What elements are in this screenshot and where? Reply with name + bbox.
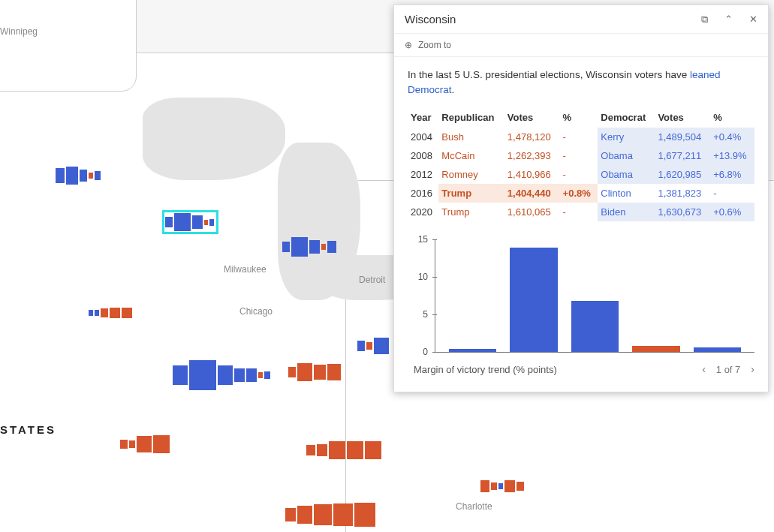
intro-text: In the last 5 U.S. presidential election…	[408, 69, 690, 80]
col-votes-r: Votes	[504, 107, 560, 128]
map-symbol[interactable]	[480, 480, 526, 492]
table-row: 2016Trump1,404,440+0.8%Clinton1,381,823-	[408, 184, 754, 203]
map-symbol[interactable]	[173, 360, 272, 390]
results-table: Year Republican Votes % Democrat Votes %…	[408, 107, 754, 221]
margin-chart: 0 5 10 15 Margin of victory trend (% poi…	[408, 239, 754, 375]
col-pct-r: %	[560, 107, 598, 128]
media-pager: ‹ 1 of 7 ›	[702, 363, 754, 375]
feature-popup: Wisconsin ⧉ ⌃ ✕ ⊕ Zoom to In the last 5 …	[393, 5, 769, 392]
col-votes-d: Votes	[655, 107, 710, 128]
zoom-to-button[interactable]: ⊕ Zoom to	[394, 34, 768, 57]
map-symbol[interactable]	[285, 503, 377, 527]
chart-caption: Margin of victory trend (% points)	[414, 364, 557, 375]
map-symbol-selected[interactable]	[165, 213, 215, 231]
collapse-icon[interactable]: ⌃	[724, 14, 733, 26]
col-dem: Democrat	[598, 107, 655, 128]
dock-icon[interactable]: ⧉	[701, 14, 708, 26]
table-row: 2008McCain1,262,393-Obama1,677,211+13.9%	[408, 146, 754, 165]
pager-text: 1 of 7	[716, 364, 741, 375]
intro-text-end: .	[452, 84, 455, 95]
chart-bar[interactable]	[632, 346, 679, 352]
city-label-milwaukee: Milwaukee	[224, 264, 267, 275]
popup-intro: In the last 5 U.S. presidential election…	[408, 68, 754, 97]
col-pct-d: %	[710, 107, 754, 128]
map-symbol[interactable]	[288, 363, 342, 381]
map-symbol[interactable]	[56, 167, 102, 185]
zoom-label: Zoom to	[418, 40, 451, 50]
col-year: Year	[408, 107, 438, 128]
table-row: 2012Romney1,410,966-Obama1,620,985+6.8%	[408, 165, 754, 184]
map-symbol[interactable]	[89, 308, 134, 318]
chart-bar[interactable]	[694, 347, 741, 352]
map-symbol[interactable]	[282, 237, 338, 257]
chart-bar[interactable]	[510, 248, 557, 352]
table-row: 2004Bush1,478,120-Kerry1,489,504+0.4%	[408, 128, 754, 146]
table-row: 2020Trump1,610,065-Biden1,630,673+0.6%	[408, 203, 754, 221]
popup-header: Wisconsin ⧉ ⌃ ✕	[394, 5, 768, 34]
map-symbol[interactable]	[120, 435, 171, 453]
city-label-chicago: Chicago	[239, 306, 273, 317]
close-icon[interactable]: ✕	[749, 14, 757, 26]
country-label: STATES	[0, 423, 56, 436]
pager-prev-icon[interactable]: ‹	[702, 363, 706, 375]
chart-bar[interactable]	[571, 301, 619, 352]
city-label-detroit: Detroit	[359, 275, 385, 285]
city-label-winnipeg: Winnipeg	[0, 26, 38, 37]
pager-next-icon[interactable]: ›	[751, 363, 754, 375]
map-symbol[interactable]	[357, 338, 390, 354]
city-label-charlotte: Charlotte	[456, 501, 492, 512]
chart-bar[interactable]	[449, 349, 496, 352]
col-rep: Republican	[438, 107, 504, 128]
map-symbol[interactable]	[306, 441, 383, 459]
popup-title: Wisconsin	[405, 13, 456, 26]
zoom-icon: ⊕	[405, 40, 412, 50]
